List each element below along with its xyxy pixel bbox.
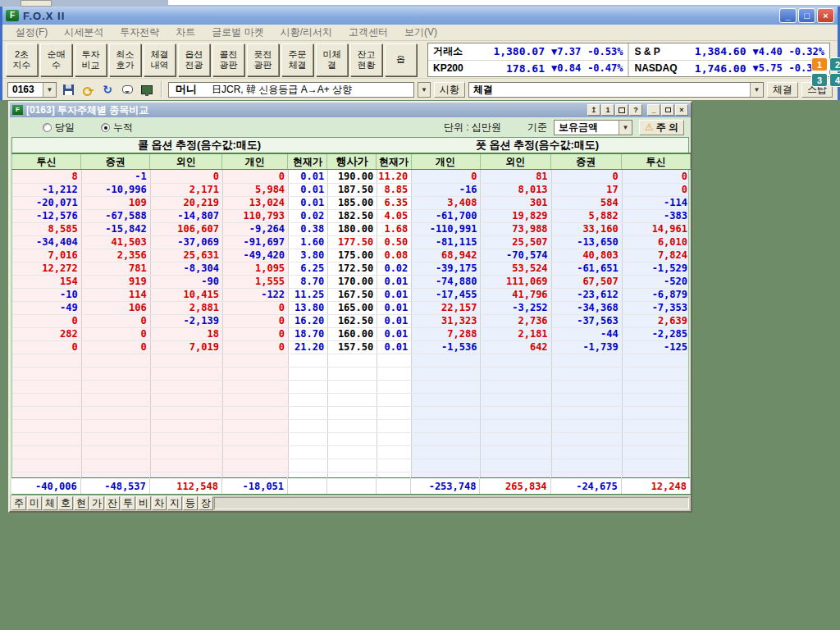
minimize-button[interactable]: _ <box>779 8 797 23</box>
bottom-tab-1[interactable]: 미 <box>27 496 42 510</box>
table-row[interactable]: -20,07110920,21913,0240.01185.006.353,40… <box>12 196 689 209</box>
panel-maximize-button[interactable] <box>661 104 674 116</box>
radio-cumulative[interactable]: 누적 <box>101 121 133 135</box>
save-icon[interactable] <box>61 83 75 96</box>
toolbar-button-8[interactable]: 주문체결 <box>281 43 313 76</box>
screen-code-combo[interactable]: 0163 ▼ <box>7 82 57 98</box>
table-row[interactable]: 8,585-15,842106,607-9,2640.38180.001.68-… <box>12 222 689 235</box>
bottom-tab-11[interactable]: 등 <box>183 496 198 510</box>
menu-item-5[interactable]: 시황/리서치 <box>272 25 340 39</box>
maximize-button[interactable]: □ <box>798 8 815 23</box>
quick-button-1[interactable]: 1 <box>811 57 828 71</box>
table-row[interactable]: 282018018.70160.000.017,2882,181-44-2,28… <box>12 327 689 340</box>
empty-cell <box>12 380 81 393</box>
toolbar-button-0[interactable]: 2초지수 <box>6 43 38 76</box>
toolbar-button-6[interactable]: 콜전광판 <box>212 43 244 76</box>
table-row[interactable]: -491062,881013.80165.000.0122,157-3,252-… <box>12 301 689 314</box>
index-value: 178.61 <box>484 62 545 75</box>
bottom-tab-5[interactable]: 가 <box>89 496 104 510</box>
call-price-cell: 0.01 <box>289 183 328 196</box>
bottom-tab-4[interactable]: 현 <box>74 496 89 510</box>
put-cell: 0 <box>551 170 622 183</box>
toolbar-button-2[interactable]: 투자비교 <box>75 43 107 76</box>
bottom-tab-2[interactable]: 체 <box>43 496 57 510</box>
toolbar-button-9[interactable]: 미체결 <box>316 43 348 76</box>
table-row[interactable]: 007,019021.20157.500.01-1,536642-1,739-1… <box>12 340 689 354</box>
quick-button-4[interactable]: 4 <box>829 73 840 87</box>
chegyeol-button[interactable]: 체결 <box>767 82 798 98</box>
table-row[interactable]: 00-2,139016.20162.500.0131,3232,736-37,5… <box>12 314 689 327</box>
bottom-tab-10[interactable]: 지 <box>167 496 182 510</box>
table-row[interactable]: -12,576-67,588-14,807110,7930.02182.504.… <box>12 209 689 222</box>
news-ticker[interactable]: 머니 日JCR, 韓 신용등급 A→A+ 상향 <box>168 82 414 98</box>
put-cell: 6,010 <box>622 235 689 249</box>
refresh-icon[interactable]: ↻ <box>100 83 115 96</box>
help-icon[interactable]: ? <box>629 104 642 116</box>
empty-cell <box>481 432 551 445</box>
chat-bubble-icon[interactable] <box>120 83 135 96</box>
table-row[interactable]: 7,0162,35625,631-49,4203.80175.000.0868,… <box>12 249 689 262</box>
toolbar-button-5[interactable]: 옵션전광 <box>178 43 210 76</box>
bottom-tab-6[interactable]: 잔 <box>105 496 120 510</box>
toolbar-button-4[interactable]: 체결내역 <box>144 43 176 76</box>
monitor-icon[interactable] <box>139 83 154 96</box>
menu-item-0[interactable]: 설정(F) <box>7 25 56 39</box>
chevron-down-icon[interactable]: ▼ <box>43 83 56 97</box>
table-row[interactable]: 12,272781-8,3041,0956.25172.500.02-39,17… <box>12 262 689 275</box>
menu-item-1[interactable]: 시세분석 <box>56 25 112 39</box>
empty-cell <box>222 445 288 459</box>
chevron-down-icon[interactable]: ▼ <box>619 121 632 135</box>
key-icon[interactable] <box>80 83 95 96</box>
radio-cumulative-dot[interactable] <box>101 123 110 132</box>
quick-button-2[interactable]: 2 <box>829 57 840 71</box>
table-row[interactable]: -1,212-10,9962,1715,9840.01187.508.85-16… <box>12 183 689 196</box>
toolbar-button-11[interactable]: 옵 <box>385 43 417 76</box>
empty-cell <box>377 432 412 445</box>
cascade-icon[interactable] <box>615 104 628 116</box>
feed-combo[interactable]: 체결 ▼ <box>468 82 764 98</box>
empty-cell <box>551 354 622 367</box>
toolbar-button-3[interactable]: 최소호가 <box>109 43 141 76</box>
table-row[interactable]: 8-1000.01190.0011.2008100 <box>12 170 689 183</box>
app-logo-icon: F <box>6 10 19 21</box>
menu-item-2[interactable]: 투자전략 <box>112 25 167 39</box>
toolbar-button-1[interactable]: 순매수 <box>40 43 72 76</box>
bottom-tab-3[interactable]: 호 <box>58 496 73 510</box>
panel-minimize-button[interactable]: _ <box>647 104 660 116</box>
toolbar-button-10[interactable]: 잔고현황 <box>350 43 382 76</box>
bottom-tab-8[interactable]: 비 <box>136 496 151 510</box>
bottom-tab-9[interactable]: 차 <box>152 496 167 510</box>
close-button[interactable]: × <box>817 8 834 23</box>
empty-cell <box>81 472 150 477</box>
warning-button[interactable]: ⚠ 주 의 <box>639 120 684 135</box>
menu-item-6[interactable]: 고객센터 <box>340 25 396 39</box>
toolbar-button-line: 비교 <box>75 60 106 71</box>
menu-item-3[interactable]: 차트 <box>167 25 203 39</box>
menu-item-7[interactable]: 보기(V) <box>396 25 445 39</box>
favorite-1-button[interactable]: 1 <box>601 104 614 116</box>
sihwang-button[interactable]: 시황 <box>434 82 465 98</box>
table-row[interactable]: -1011410,415-12211.25167.500.01-17,45541… <box>12 288 689 301</box>
bottom-tab-7[interactable]: 투 <box>121 496 135 510</box>
table-row[interactable]: -34,40441,503-37,069-91,6971.60177.500.5… <box>12 235 689 249</box>
basis-label: 기준 <box>527 121 547 135</box>
radio-daily-dot[interactable] <box>43 123 52 132</box>
rollup-icon[interactable]: ↥ <box>587 104 600 116</box>
call-cell: 13,024 <box>222 196 288 209</box>
toolbar-button-7[interactable]: 풋전광판 <box>247 43 279 76</box>
panel-title-bar[interactable]: F [0163] 투자주체별 종목비교 ↥ 1 ? _ × <box>10 103 691 117</box>
strike-cell: 157.50 <box>328 340 377 354</box>
news-dropdown-icon[interactable]: ▼ <box>418 82 431 98</box>
bottom-tab-0[interactable]: 주 <box>11 496 26 510</box>
radio-daily[interactable]: 당일 <box>43 121 75 135</box>
radio-cumulative-label: 누적 <box>113 121 133 135</box>
table-row[interactable]: 154919-901,5558.70170.000.01-74,880111,0… <box>12 275 689 288</box>
panel-close-button[interactable]: × <box>675 104 688 116</box>
quick-button-3[interactable]: 3 <box>811 73 828 87</box>
call-cell: 1,555 <box>222 275 288 288</box>
basis-combo[interactable]: 보유금액 ▼ <box>554 120 632 135</box>
chevron-down-icon[interactable]: ▼ <box>750 83 763 97</box>
bottom-tab-12[interactable]: 장 <box>199 496 213 510</box>
menu-item-4[interactable]: 글로벌 마켓 <box>203 25 272 39</box>
call-price-cell: 0.02 <box>289 209 328 222</box>
